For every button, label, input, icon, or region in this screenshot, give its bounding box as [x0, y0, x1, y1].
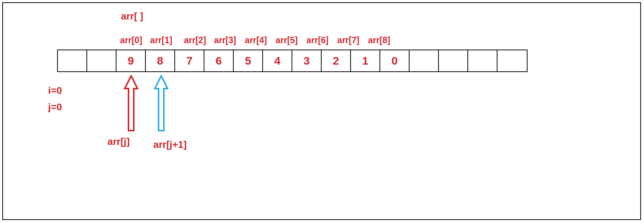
array-cell: 1 [351, 50, 380, 71]
index-label-4: arr[4] [241, 35, 271, 45]
index-label-2: arr[2] [180, 35, 210, 45]
index-label-0: arr[0] [116, 35, 146, 45]
index-label-5: arr[5] [272, 35, 301, 45]
index-label-7: arr[7] [334, 35, 363, 45]
array-cell [439, 50, 468, 71]
counter-j: j=0 [48, 101, 62, 113]
counter-i: i=0 [48, 85, 62, 96]
array-cell [87, 50, 116, 71]
arrow-j1-label: arr[j+1] [153, 139, 187, 151]
index-label-3: arr[3] [210, 35, 240, 45]
array-row: 9 8 7 6 5 4 3 2 1 0 [57, 50, 528, 72]
array-cell: 0 [380, 50, 410, 71]
array-cell: 6 [204, 50, 234, 71]
array-cell: 4 [263, 50, 292, 71]
array-cell [58, 50, 87, 71]
arrow-j1-icon [153, 75, 169, 131]
index-label-8: arr[8] [364, 35, 394, 45]
array-cell: 7 [175, 50, 204, 71]
array-title: arr[ ] [121, 11, 143, 22]
arrow-j-icon [123, 75, 139, 131]
index-label-6: arr[6] [303, 35, 332, 45]
array-cell: 8 [146, 50, 175, 71]
arrow-j-label: arr[j] [107, 136, 130, 148]
array-cell: 2 [322, 50, 351, 71]
array-cell: 9 [116, 50, 146, 71]
array-cell: 5 [234, 50, 263, 71]
array-cell [497, 50, 527, 71]
index-label-1: arr[1] [147, 35, 176, 45]
diagram-frame: arr[ ] arr[0] arr[1] arr[2] arr[3] arr[4… [2, 2, 641, 220]
array-cell [410, 50, 439, 71]
array-cell: 3 [292, 50, 322, 71]
array-cell [468, 50, 497, 71]
